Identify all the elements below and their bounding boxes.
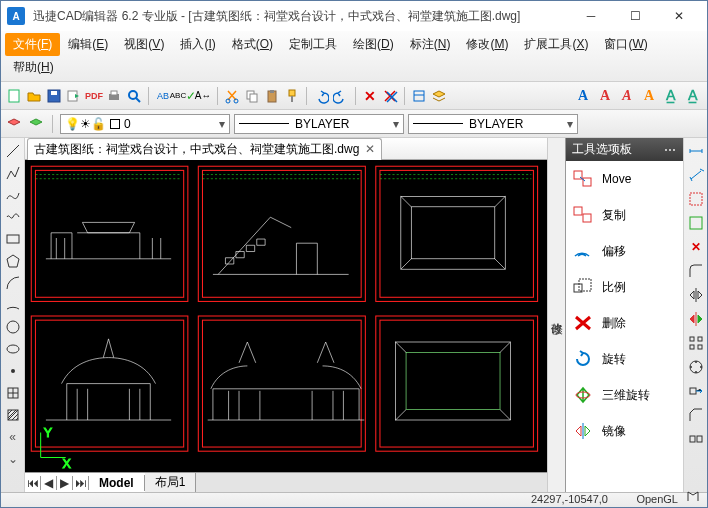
dim-linear-icon[interactable]: [687, 142, 705, 160]
circle-tool-icon[interactable]: [4, 318, 22, 336]
layer-prev-icon[interactable]: [27, 115, 45, 133]
undo-icon[interactable]: [312, 87, 330, 105]
tab-model[interactable]: Model: [89, 475, 145, 491]
palette-item-rotate[interactable]: 旋转: [566, 341, 683, 377]
paste-icon[interactable]: [263, 87, 281, 105]
mirror-icon[interactable]: [687, 286, 705, 304]
cut-icon[interactable]: [223, 87, 241, 105]
open-icon[interactable]: [25, 87, 43, 105]
palette-item-mirror[interactable]: 镜像: [566, 413, 683, 449]
status-renderer: OpenGL: [636, 493, 678, 505]
copy-icon[interactable]: [243, 87, 261, 105]
last-tab-icon[interactable]: ⏭: [73, 476, 89, 490]
rect-tool-icon[interactable]: [4, 230, 22, 248]
ellipse-tool-icon[interactable]: [4, 340, 22, 358]
maximize-button[interactable]: ☐: [613, 2, 657, 30]
array-polar-icon[interactable]: [687, 358, 705, 376]
stretch-icon[interactable]: [687, 382, 705, 400]
print-preview-icon[interactable]: [125, 87, 143, 105]
font-style-a6-icon[interactable]: A̲: [683, 87, 703, 104]
font-style-a4-icon[interactable]: A: [639, 88, 659, 104]
menu-annotation[interactable]: 标注(N): [402, 33, 459, 56]
properties-icon[interactable]: [410, 87, 428, 105]
export-icon[interactable]: [65, 87, 83, 105]
font-style-a2-icon[interactable]: A: [595, 88, 615, 104]
collapse-icon[interactable]: «: [4, 428, 22, 446]
line-sample: [413, 123, 463, 124]
polygon-tool-icon[interactable]: [4, 252, 22, 270]
document-tab[interactable]: 古建筑图纸：祠堂戏台设计，中式戏台、祠堂建筑施工图.dwg ✕: [27, 138, 382, 160]
array-icon[interactable]: [687, 334, 705, 352]
font-style-a5-icon[interactable]: A̲: [661, 87, 681, 104]
linetype-combo[interactable]: BYLAYER ▾: [234, 114, 404, 134]
drawing-viewport[interactable]: Y X: [25, 160, 547, 472]
fillet-icon[interactable]: [687, 262, 705, 280]
font-style-a1-icon[interactable]: A: [573, 88, 593, 104]
tab-layout1[interactable]: 布局1: [145, 473, 197, 492]
menu-modify[interactable]: 修改(M): [458, 33, 516, 56]
palette-item-move[interactable]: Move: [566, 161, 683, 197]
pdf-icon[interactable]: PDF: [85, 87, 103, 105]
spline-tool-icon[interactable]: [4, 186, 22, 204]
lineweight-combo[interactable]: BYLAYER ▾: [408, 114, 578, 134]
menu-custom-tools[interactable]: 定制工具: [281, 33, 345, 56]
close-button[interactable]: ✕: [657, 2, 701, 30]
next-tab-icon[interactable]: ▶: [57, 476, 73, 490]
minimize-button[interactable]: ─: [569, 2, 613, 30]
palette-item-offset[interactable]: 偏移: [566, 233, 683, 269]
layer-color-swatch: [110, 119, 120, 129]
polyline-tool-icon[interactable]: [4, 164, 22, 182]
scale-icon: [572, 277, 594, 297]
trim-icon[interactable]: [687, 190, 705, 208]
save-icon[interactable]: [45, 87, 63, 105]
layer-combo[interactable]: 💡 ☀ 🔓 0 ▾: [60, 114, 230, 134]
redo-icon[interactable]: [332, 87, 350, 105]
hatch-tool-icon[interactable]: [4, 406, 22, 424]
document-tab-label: 古建筑图纸：祠堂戏台设计，中式戏台、祠堂建筑施工图.dwg: [34, 141, 359, 158]
mirror3d-icon[interactable]: [687, 310, 705, 328]
more-draw-icon[interactable]: ⌄: [4, 450, 22, 468]
menu-edit[interactable]: 编辑(E): [60, 33, 116, 56]
palette-item-copy[interactable]: 复制: [566, 197, 683, 233]
first-tab-icon[interactable]: ⏮: [25, 476, 41, 490]
menu-insert[interactable]: 插入(I): [172, 33, 223, 56]
block-tool-icon[interactable]: [4, 384, 22, 402]
svg-rect-11: [250, 94, 257, 102]
format-painter-icon[interactable]: [283, 87, 301, 105]
menu-draw[interactable]: 绘图(D): [345, 33, 402, 56]
extend-icon[interactable]: [687, 214, 705, 232]
layers-icon[interactable]: [430, 87, 448, 105]
print-icon[interactable]: [105, 87, 123, 105]
dim-aligned-icon[interactable]: [687, 166, 705, 184]
menu-format[interactable]: 格式(O): [224, 33, 281, 56]
line-tool-icon[interactable]: [4, 142, 22, 160]
delete-icon[interactable]: ✕: [361, 87, 379, 105]
arc2-tool-icon[interactable]: [4, 296, 22, 314]
menu-help[interactable]: 帮助(H): [5, 56, 62, 79]
erase-icon[interactable]: ✕: [687, 238, 705, 256]
replace-icon[interactable]: A↔: [194, 87, 212, 105]
chamfer-icon[interactable]: [687, 406, 705, 424]
tool-palette-header[interactable]: 工具选项板 ⋯: [566, 138, 683, 161]
new-icon[interactable]: [5, 87, 23, 105]
break-icon[interactable]: [687, 430, 705, 448]
menu-view[interactable]: 视图(V): [116, 33, 172, 56]
status-ucs-icon[interactable]: [686, 489, 700, 505]
delete-dup-icon[interactable]: [381, 87, 399, 105]
palette-item-label: 镜像: [602, 423, 626, 440]
menu-ext-tools[interactable]: 扩展工具(X): [516, 33, 596, 56]
point-tool-icon[interactable]: [4, 362, 22, 380]
close-tab-icon[interactable]: ✕: [365, 142, 375, 156]
palette-item-delete[interactable]: 删除: [566, 305, 683, 341]
palette-item-scale[interactable]: 比例: [566, 269, 683, 305]
prev-tab-icon[interactable]: ◀: [41, 476, 57, 490]
spellcheck-icon[interactable]: ABC✓: [174, 87, 192, 105]
palette-item-rotate3d[interactable]: 三维旋转: [566, 377, 683, 413]
panel-menu-icon[interactable]: ⋯: [664, 143, 677, 157]
menu-window[interactable]: 窗口(W): [596, 33, 655, 56]
freehand-tool-icon[interactable]: [4, 208, 22, 226]
layer-props-icon[interactable]: [5, 115, 23, 133]
font-style-a3-icon[interactable]: A: [617, 88, 637, 104]
menu-file[interactable]: 文件(F): [5, 33, 60, 56]
arc-tool-icon[interactable]: [4, 274, 22, 292]
